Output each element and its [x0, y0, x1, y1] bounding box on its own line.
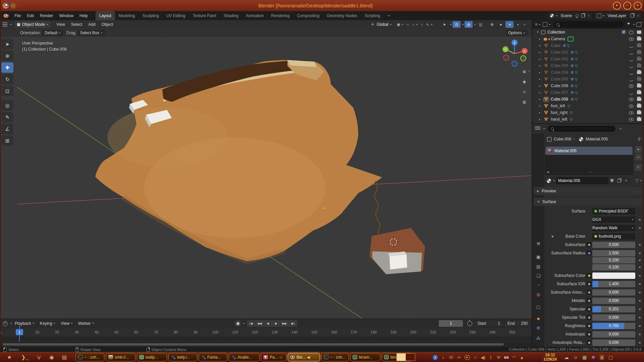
render-visibility-icon[interactable]: [637, 77, 641, 81]
collection-checkbox[interactable]: ✓: [622, 30, 626, 34]
close-button[interactable]: ✕: [634, 2, 642, 10]
expand-arrow-icon[interactable]: ▸: [539, 64, 544, 67]
transport-button[interactable]: ▶▶: [280, 320, 289, 327]
tray-icon[interactable]: us: [504, 355, 509, 360]
window-titlebar[interactable]: Blender [/home/amalie/Desktop/blender/sa…: [0, 0, 644, 11]
property-field[interactable]: 0.000: [592, 314, 635, 321]
current-frame-marker[interactable]: 1: [16, 329, 23, 335]
property-row[interactable]: ▶ Subsurface Color: [544, 272, 644, 279]
taskbar-clock[interactable]: 16:11 1/29/24: [543, 353, 557, 362]
new-material-copy-icon[interactable]: [615, 177, 623, 184]
socket-icon[interactable]: [587, 282, 591, 286]
outliner-row[interactable]: ▸ foot_left ⚙ ▽: [532, 103, 644, 109]
launcher-icon[interactable]: ◉: [48, 353, 56, 361]
render-visibility-icon[interactable]: [637, 37, 641, 41]
surface-panel-header[interactable]: ▼Surface::::: [534, 198, 643, 206]
drag-dropdown[interactable]: Select Box: [77, 30, 105, 36]
wireframe-shading-icon[interactable]: ⊕: [488, 21, 496, 28]
solid-shading-icon[interactable]: ●: [497, 21, 505, 28]
property-row[interactable]: ▶ Subsurface Aniso... 0.000: [544, 289, 644, 296]
material-slot-list[interactable]: Material.005 ▶ ::::: [545, 146, 633, 175]
pin-icon[interactable]: [576, 14, 579, 17]
property-row[interactable]: ▶ Random Walk: [544, 225, 644, 231]
tray-icon[interactable]: ❖: [591, 355, 596, 360]
unlink-icon[interactable]: ×: [588, 13, 590, 18]
header-menu-item[interactable]: Select: [68, 22, 85, 27]
outliner-search-input[interactable]: [553, 21, 624, 27]
property-field[interactable]: 0.000: [592, 298, 635, 304]
outliner-row[interactable]: ▸ Cube.002 ⚙ ▽: [532, 56, 644, 62]
timeline-menu-item[interactable]: Playback: [12, 321, 37, 326]
render-visibility-icon[interactable]: [637, 57, 641, 61]
launcher-icon[interactable]: ▤: [60, 353, 68, 361]
material-slot-item[interactable]: Material.005: [545, 146, 633, 155]
pin-id-icon[interactable]: ⚲: [638, 137, 641, 141]
expand-arrow-icon[interactable]: ▸: [539, 77, 544, 81]
animate-dot-icon[interactable]: [639, 283, 641, 285]
expand-arrow-icon[interactable]: ▸: [539, 91, 544, 94]
animate-dot-icon[interactable]: [639, 300, 641, 302]
properties-tab[interactable]: ◔: [532, 281, 544, 289]
expand-arrow-icon[interactable]: ▸: [539, 84, 544, 87]
editor-type-button[interactable]: [3, 22, 7, 26]
property-field[interactable]: 0.201: [592, 306, 635, 312]
pan-hand-icon[interactable]: ✥: [520, 78, 529, 86]
property-row[interactable]: ▶ Surface Principled BSDF: [544, 208, 644, 215]
outliner-row[interactable]: ▸ foot_right ⚙ ▽: [532, 109, 644, 116]
outliner-row[interactable]: ▸ Cube.006 ⚙ ▽: [532, 82, 644, 89]
transform-orientation-dropdown[interactable]: Global: [374, 21, 394, 28]
taskbar-window-button[interactable]: wallp...: [137, 353, 167, 361]
use-preview-range-icon[interactable]: [467, 321, 472, 326]
slot-specials-button[interactable]: ˅: [635, 164, 642, 171]
animate-dot-icon[interactable]: [639, 244, 641, 246]
property-field[interactable]: 0.100: [592, 264, 635, 270]
menu-item[interactable]: Help: [76, 13, 91, 18]
property-field[interactable]: 0.000: [592, 289, 635, 296]
property-row[interactable]: ▶ Base Color foothold.png: [544, 233, 644, 240]
animate-dot-icon[interactable]: [639, 308, 641, 310]
expand-arrow-icon[interactable]: ▸: [539, 57, 544, 61]
property-row[interactable]: ▶ Anisotropic Rota... 0.000: [544, 339, 644, 346]
frame-start-field[interactable]: Start1: [475, 320, 503, 327]
outliner-row[interactable]: ▸ Cube ⚙ ▽: [532, 42, 644, 49]
tray-icon[interactable]: Ψ: [496, 355, 501, 360]
viewport-tool-button[interactable]: ➤: [1, 39, 13, 49]
minimize-button[interactable]: ─: [623, 2, 631, 10]
expand-arrow-icon[interactable]: ▸: [539, 37, 544, 41]
render-visibility-icon[interactable]: [637, 71, 641, 74]
proportional-edit-icon[interactable]: ○: [421, 22, 423, 27]
socket-icon[interactable]: [587, 251, 591, 255]
view-layer-selector[interactable]: ViewLayer ×: [595, 12, 641, 19]
launcher-icon[interactable]: ❯_: [21, 353, 29, 361]
workspace-tab[interactable]: Texture Paint: [189, 11, 220, 20]
animate-dot-icon[interactable]: [639, 266, 641, 268]
remove-slot-button[interactable]: −: [635, 154, 642, 161]
rendered-shading-icon[interactable]: ◐: [514, 21, 522, 28]
viewport-tool-button[interactable]: ✎: [1, 112, 13, 122]
expand-arrow-icon[interactable]: ▸: [539, 51, 544, 54]
property-field[interactable]: [592, 273, 635, 279]
browse-material-button[interactable]: [545, 177, 556, 184]
resize-grip[interactable]: ::::: [588, 170, 592, 174]
property-row[interactable]: ▶ Metallic 0.000: [544, 297, 644, 304]
preview-panel-header[interactable]: ▶Preview::::: [534, 187, 643, 195]
outliner-row[interactable]: ▸ Cube.007 ⚙ ▽: [532, 89, 644, 96]
property-row[interactable]: ▶ Roughness 0.760: [544, 322, 644, 329]
tray-icon[interactable]: a: [600, 355, 604, 360]
animate-dot-icon[interactable]: [639, 334, 641, 335]
menu-item[interactable]: Window: [56, 13, 76, 18]
properties-tab[interactable]: ■: [532, 314, 544, 323]
socket-icon[interactable]: [587, 332, 591, 337]
transport-button[interactable]: ◀: [264, 320, 272, 327]
viewport-tool-button[interactable]: ⊞: [1, 135, 13, 146]
viewport-tool-button[interactable]: ⊕: [1, 51, 13, 61]
property-field[interactable]: Random Walk: [592, 225, 635, 231]
property-field[interactable]: 0.000: [592, 242, 635, 248]
socket-icon[interactable]: [587, 242, 591, 247]
taskbar-window-button[interactable]: Fanta...: [199, 353, 227, 361]
properties-tab[interactable]: ⁂: [532, 334, 544, 343]
tray-icon[interactable]: ∩: [473, 355, 478, 360]
snap-with-icon[interactable]: ⊹: [412, 23, 415, 26]
outliner-row[interactable]: ▸ Cube.001 ⚙ ▽: [532, 49, 644, 56]
properties-tab[interactable]: ▢: [532, 302, 544, 311]
